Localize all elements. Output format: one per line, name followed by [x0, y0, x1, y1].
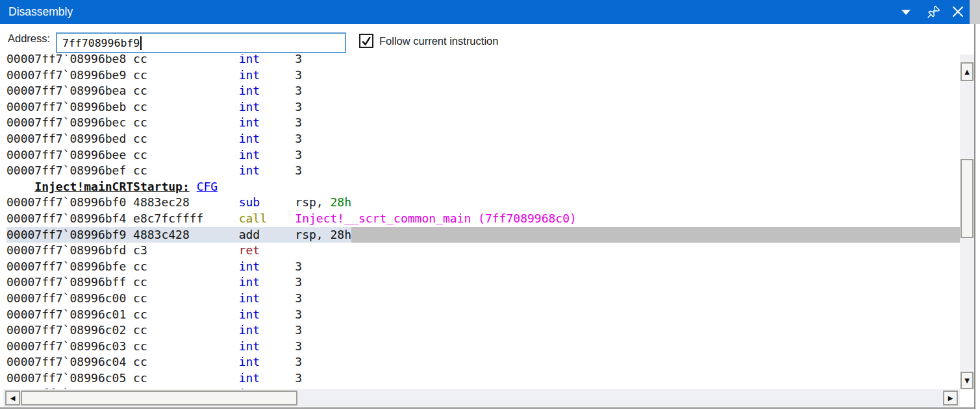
instruction-operand: 3 [295, 68, 302, 82]
instruction-address: 00007ff7`08996bee [6, 148, 126, 162]
instruction-bytes: 4883ec28 [133, 195, 239, 209]
horizontal-scrollbar-thumb[interactable] [21, 391, 297, 405]
instruction-mnemonic: ret [239, 243, 295, 257]
disasm-instruction-row[interactable]: 00007ff7`08996bec cc int 3 [0, 115, 960, 131]
instruction-address: 00007ff7`08996be8 [6, 54, 126, 66]
instruction-bytes: c3 [133, 243, 239, 257]
instruction-address: 00007ff7`08996bea [6, 84, 126, 97]
instruction-address: 00007ff7`08996bf0 [6, 195, 126, 209]
instruction-address: 00007ff7`08996bec [6, 115, 126, 129]
instruction-bytes: cc [133, 259, 239, 273]
instruction-operand: 28h [331, 195, 352, 209]
instruction-address: 00007ff7`08996bed [6, 132, 126, 145]
arrow-up-icon: ▲ [964, 69, 970, 75]
checkmark-icon [360, 34, 372, 47]
disasm-instruction-row[interactable]: 00007ff7`08996bed cc int 3 [0, 131, 960, 147]
instruction-operand: 3 [295, 275, 302, 289]
scroll-left-button[interactable]: ◀ [5, 391, 20, 405]
disassembly-rows: 00007ff7`08996be8 cc int 300007ff7`08996… [0, 54, 960, 389]
disasm-instruction-row[interactable]: 00007ff7`08996bf4 e8c7fcffff call Inject… [0, 211, 960, 227]
instruction-operand: 3 [295, 84, 302, 97]
window-border-bottom [0, 407, 975, 409]
instruction-address: 00007ff7`08996c02 [6, 323, 126, 337]
address-input[interactable]: 7ff708996bf9 [56, 32, 346, 53]
instruction-address: 00007ff7`08996bef [6, 163, 126, 177]
follow-current-instruction-checkbox[interactable] [359, 34, 373, 48]
instruction-operand: 3 [295, 355, 302, 368]
instruction-address: 00007ff7`08996c01 [6, 308, 126, 321]
scroll-up-button[interactable]: ▲ [961, 62, 974, 81]
instruction-bytes: cc [133, 371, 239, 385]
instruction-operand: 3 [295, 308, 302, 321]
disasm-instruction-row[interactable]: 00007ff7`08996bf9 4883c428 add rsp, 28h [0, 227, 960, 243]
cfg-link[interactable]: CFG [197, 180, 218, 193]
instruction-mnemonic: int [239, 148, 295, 162]
window-edge [970, 0, 980, 24]
instruction-mnemonic: int [239, 68, 295, 82]
instruction-mnemonic: int [239, 355, 295, 368]
instruction-mnemonic: int [239, 54, 295, 66]
instruction-bytes: cc [133, 100, 239, 114]
instruction-address: 00007ff7`08996c03 [6, 339, 126, 353]
close-icon[interactable] [952, 6, 964, 20]
instruction-address: 00007ff7`08996be9 [6, 68, 126, 82]
address-input-value: 7ff708996bf9 [62, 37, 140, 49]
disassembly-viewport[interactable]: 00007ff7`08996be8 cc int 300007ff7`08996… [0, 54, 960, 389]
instruction-operand: rsp, [295, 195, 330, 209]
disasm-instruction-row[interactable]: 00007ff7`08996c01 cc int 3 [0, 307, 960, 323]
instruction-address: 00007ff7`08996bfd [6, 243, 126, 257]
instruction-mnemonic: int [239, 115, 295, 129]
disasm-instruction-row[interactable]: 00007ff7`08996c04 cc int 3 [0, 354, 960, 370]
instruction-address: 00007ff7`08996c05 [6, 371, 126, 385]
horizontal-scrollbar[interactable]: ◀ ▶ [3, 389, 960, 407]
disasm-symbol-row[interactable]: Inject!mainCRTStartup: CFG [0, 179, 960, 195]
instruction-operand: Inject!__scrt_common_main (7ff7089968c0) [295, 211, 576, 225]
instruction-operand: 3 [295, 132, 302, 145]
instruction-mnemonic: call [239, 211, 295, 225]
instruction-bytes: cc [133, 115, 239, 129]
disasm-instruction-row[interactable]: 00007ff7`08996bfe cc int 3 [0, 259, 960, 275]
disasm-instruction-row[interactable]: 00007ff7`08996beb cc int 3 [0, 99, 960, 115]
toolbar: Address: 7ff708996bf9 Follow current ins… [0, 24, 974, 54]
instruction-operand: 3 [295, 115, 302, 129]
text-caret [140, 36, 142, 50]
disasm-instruction-row[interactable]: 00007ff7`08996bef cc int 3 [0, 163, 960, 179]
disasm-instruction-row[interactable]: 00007ff7`08996bf0 4883ec28 sub rsp, 28h [0, 195, 960, 211]
pin-icon[interactable] [927, 5, 941, 23]
instruction-address: 00007ff7`08996bf9 [6, 228, 126, 241]
disasm-instruction-row[interactable]: 00007ff7`08996be9 cc int 3 [0, 67, 960, 84]
vertical-scrollbar[interactable]: ▲ ▼ [960, 54, 974, 389]
instruction-bytes: cc [133, 291, 239, 305]
instruction-address: 00007ff7`08996bff [6, 275, 126, 289]
instruction-operand: 3 [295, 291, 302, 305]
disasm-instruction-row[interactable]: 00007ff7`08996c03 cc int 3 [0, 339, 960, 355]
disasm-instruction-row[interactable]: 00007ff7`08996c02 cc int 3 [0, 322, 960, 339]
disasm-instruction-row[interactable]: 00007ff7`08996bfd c3 ret [0, 243, 960, 259]
disasm-instruction-row[interactable]: 00007ff7`08996be8 cc int 3 [0, 54, 960, 67]
scroll-down-button[interactable]: ▼ [961, 372, 974, 389]
instruction-operand: 3 [295, 54, 302, 66]
instruction-mnemonic: int [239, 163, 295, 177]
instruction-address: 00007ff7`08996c00 [6, 291, 126, 305]
chevron-down-icon[interactable] [901, 10, 911, 15]
disasm-instruction-row[interactable]: 00007ff7`08996bff cc int 3 [0, 274, 960, 291]
instruction-address: 00007ff7`08996bfe [6, 259, 126, 273]
instruction-bytes: cc [133, 308, 239, 321]
disasm-instruction-row[interactable]: 00007ff7`08996c05 cc int 3 [0, 370, 960, 387]
instruction-operand: 28h [331, 228, 352, 241]
instruction-mnemonic: int [239, 308, 295, 321]
disasm-instruction-row[interactable]: 00007ff7`08996c00 cc int 3 [0, 291, 960, 307]
vertical-scrollbar-thumb[interactable] [961, 159, 974, 238]
title-bar [0, 0, 970, 24]
instruction-operand: rsp, [295, 228, 330, 241]
disasm-instruction-row[interactable]: 00007ff7`08996bee cc int 3 [0, 147, 960, 163]
instruction-address: 00007ff7`08996c04 [6, 355, 126, 368]
instruction-address: 00007ff7`08996beb [6, 100, 126, 114]
instruction-mnemonic: int [239, 323, 295, 337]
scroll-right-button[interactable]: ▶ [943, 391, 958, 405]
instruction-mnemonic: int [239, 132, 295, 145]
instruction-mnemonic: sub [239, 195, 295, 209]
disasm-instruction-row[interactable]: 00007ff7`08996bea cc int 3 [0, 83, 960, 99]
instruction-bytes: cc [133, 84, 239, 97]
instruction-mnemonic: add [239, 228, 295, 241]
